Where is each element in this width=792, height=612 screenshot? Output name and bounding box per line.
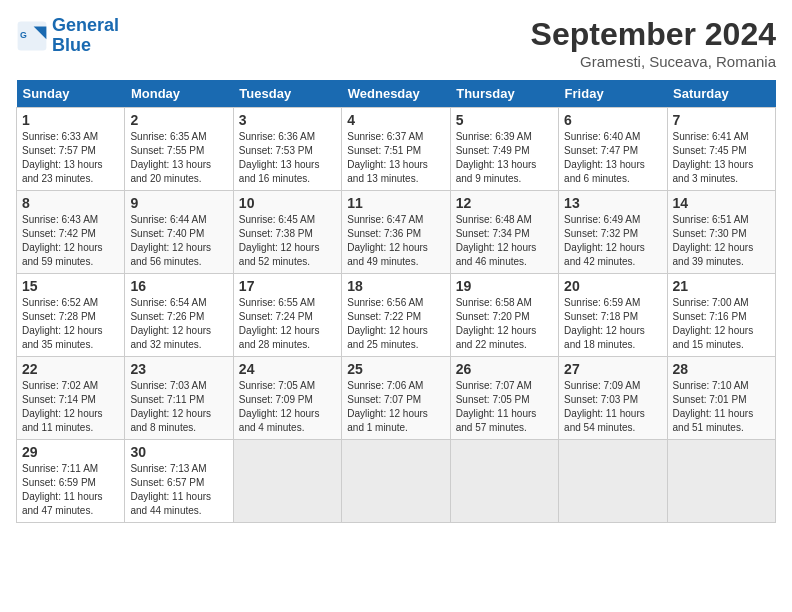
- day-number: 6: [564, 112, 661, 128]
- day-info: Sunrise: 6:54 AM Sunset: 7:26 PM Dayligh…: [130, 296, 227, 352]
- day-number: 14: [673, 195, 770, 211]
- day-cell: 3Sunrise: 6:36 AM Sunset: 7:53 PM Daylig…: [233, 108, 341, 191]
- day-info: Sunrise: 7:10 AM Sunset: 7:01 PM Dayligh…: [673, 379, 770, 435]
- day-cell: 20Sunrise: 6:59 AM Sunset: 7:18 PM Dayli…: [559, 274, 667, 357]
- header-thursday: Thursday: [450, 80, 558, 108]
- day-info: Sunrise: 6:36 AM Sunset: 7:53 PM Dayligh…: [239, 130, 336, 186]
- day-number: 20: [564, 278, 661, 294]
- header-friday: Friday: [559, 80, 667, 108]
- logo-text: GeneralBlue: [52, 16, 119, 56]
- day-info: Sunrise: 6:48 AM Sunset: 7:34 PM Dayligh…: [456, 213, 553, 269]
- calendar-table: SundayMondayTuesdayWednesdayThursdayFrid…: [16, 80, 776, 523]
- day-info: Sunrise: 6:47 AM Sunset: 7:36 PM Dayligh…: [347, 213, 444, 269]
- month-title: September 2024: [531, 16, 776, 53]
- empty-cell: [233, 440, 341, 523]
- day-number: 23: [130, 361, 227, 377]
- logo: G GeneralBlue: [16, 16, 119, 56]
- day-info: Sunrise: 6:55 AM Sunset: 7:24 PM Dayligh…: [239, 296, 336, 352]
- day-cell: 21Sunrise: 7:00 AM Sunset: 7:16 PM Dayli…: [667, 274, 775, 357]
- day-cell: 30Sunrise: 7:13 AM Sunset: 6:57 PM Dayli…: [125, 440, 233, 523]
- header-sunday: Sunday: [17, 80, 125, 108]
- week-row: 29Sunrise: 7:11 AM Sunset: 6:59 PM Dayli…: [17, 440, 776, 523]
- day-info: Sunrise: 6:40 AM Sunset: 7:47 PM Dayligh…: [564, 130, 661, 186]
- day-cell: 27Sunrise: 7:09 AM Sunset: 7:03 PM Dayli…: [559, 357, 667, 440]
- day-cell: 24Sunrise: 7:05 AM Sunset: 7:09 PM Dayli…: [233, 357, 341, 440]
- header-wednesday: Wednesday: [342, 80, 450, 108]
- empty-cell: [342, 440, 450, 523]
- empty-cell: [450, 440, 558, 523]
- empty-cell: [667, 440, 775, 523]
- day-number: 18: [347, 278, 444, 294]
- day-number: 27: [564, 361, 661, 377]
- day-cell: 19Sunrise: 6:58 AM Sunset: 7:20 PM Dayli…: [450, 274, 558, 357]
- day-cell: 7Sunrise: 6:41 AM Sunset: 7:45 PM Daylig…: [667, 108, 775, 191]
- day-cell: 25Sunrise: 7:06 AM Sunset: 7:07 PM Dayli…: [342, 357, 450, 440]
- day-info: Sunrise: 6:56 AM Sunset: 7:22 PM Dayligh…: [347, 296, 444, 352]
- day-cell: 10Sunrise: 6:45 AM Sunset: 7:38 PM Dayli…: [233, 191, 341, 274]
- day-info: Sunrise: 7:09 AM Sunset: 7:03 PM Dayligh…: [564, 379, 661, 435]
- week-row: 8Sunrise: 6:43 AM Sunset: 7:42 PM Daylig…: [17, 191, 776, 274]
- empty-cell: [559, 440, 667, 523]
- day-cell: 16Sunrise: 6:54 AM Sunset: 7:26 PM Dayli…: [125, 274, 233, 357]
- svg-text:G: G: [20, 29, 27, 39]
- day-info: Sunrise: 6:51 AM Sunset: 7:30 PM Dayligh…: [673, 213, 770, 269]
- header-saturday: Saturday: [667, 80, 775, 108]
- title-block: September 2024 Gramesti, Suceava, Romani…: [531, 16, 776, 70]
- day-info: Sunrise: 7:00 AM Sunset: 7:16 PM Dayligh…: [673, 296, 770, 352]
- day-number: 1: [22, 112, 119, 128]
- day-cell: 29Sunrise: 7:11 AM Sunset: 6:59 PM Dayli…: [17, 440, 125, 523]
- day-cell: 28Sunrise: 7:10 AM Sunset: 7:01 PM Dayli…: [667, 357, 775, 440]
- day-cell: 11Sunrise: 6:47 AM Sunset: 7:36 PM Dayli…: [342, 191, 450, 274]
- day-number: 26: [456, 361, 553, 377]
- day-number: 10: [239, 195, 336, 211]
- day-number: 11: [347, 195, 444, 211]
- week-row: 22Sunrise: 7:02 AM Sunset: 7:14 PM Dayli…: [17, 357, 776, 440]
- day-number: 2: [130, 112, 227, 128]
- day-number: 30: [130, 444, 227, 460]
- header-row: SundayMondayTuesdayWednesdayThursdayFrid…: [17, 80, 776, 108]
- day-info: Sunrise: 7:13 AM Sunset: 6:57 PM Dayligh…: [130, 462, 227, 518]
- day-cell: 9Sunrise: 6:44 AM Sunset: 7:40 PM Daylig…: [125, 191, 233, 274]
- day-number: 15: [22, 278, 119, 294]
- day-cell: 5Sunrise: 6:39 AM Sunset: 7:49 PM Daylig…: [450, 108, 558, 191]
- location-subtitle: Gramesti, Suceava, Romania: [531, 53, 776, 70]
- day-cell: 4Sunrise: 6:37 AM Sunset: 7:51 PM Daylig…: [342, 108, 450, 191]
- day-info: Sunrise: 6:43 AM Sunset: 7:42 PM Dayligh…: [22, 213, 119, 269]
- day-cell: 26Sunrise: 7:07 AM Sunset: 7:05 PM Dayli…: [450, 357, 558, 440]
- day-number: 28: [673, 361, 770, 377]
- day-info: Sunrise: 6:45 AM Sunset: 7:38 PM Dayligh…: [239, 213, 336, 269]
- day-info: Sunrise: 7:05 AM Sunset: 7:09 PM Dayligh…: [239, 379, 336, 435]
- week-row: 15Sunrise: 6:52 AM Sunset: 7:28 PM Dayli…: [17, 274, 776, 357]
- day-info: Sunrise: 7:06 AM Sunset: 7:07 PM Dayligh…: [347, 379, 444, 435]
- day-info: Sunrise: 6:58 AM Sunset: 7:20 PM Dayligh…: [456, 296, 553, 352]
- header-tuesday: Tuesday: [233, 80, 341, 108]
- day-info: Sunrise: 6:35 AM Sunset: 7:55 PM Dayligh…: [130, 130, 227, 186]
- day-cell: 1Sunrise: 6:33 AM Sunset: 7:57 PM Daylig…: [17, 108, 125, 191]
- page-header: G GeneralBlue September 2024 Gramesti, S…: [16, 16, 776, 70]
- logo-icon: G: [16, 20, 48, 52]
- day-cell: 13Sunrise: 6:49 AM Sunset: 7:32 PM Dayli…: [559, 191, 667, 274]
- day-info: Sunrise: 6:59 AM Sunset: 7:18 PM Dayligh…: [564, 296, 661, 352]
- day-cell: 2Sunrise: 6:35 AM Sunset: 7:55 PM Daylig…: [125, 108, 233, 191]
- day-cell: 14Sunrise: 6:51 AM Sunset: 7:30 PM Dayli…: [667, 191, 775, 274]
- day-number: 24: [239, 361, 336, 377]
- day-cell: 6Sunrise: 6:40 AM Sunset: 7:47 PM Daylig…: [559, 108, 667, 191]
- day-info: Sunrise: 6:39 AM Sunset: 7:49 PM Dayligh…: [456, 130, 553, 186]
- day-info: Sunrise: 7:07 AM Sunset: 7:05 PM Dayligh…: [456, 379, 553, 435]
- day-cell: 15Sunrise: 6:52 AM Sunset: 7:28 PM Dayli…: [17, 274, 125, 357]
- day-info: Sunrise: 7:11 AM Sunset: 6:59 PM Dayligh…: [22, 462, 119, 518]
- day-cell: 18Sunrise: 6:56 AM Sunset: 7:22 PM Dayli…: [342, 274, 450, 357]
- day-cell: 23Sunrise: 7:03 AM Sunset: 7:11 PM Dayli…: [125, 357, 233, 440]
- day-info: Sunrise: 7:03 AM Sunset: 7:11 PM Dayligh…: [130, 379, 227, 435]
- day-info: Sunrise: 6:33 AM Sunset: 7:57 PM Dayligh…: [22, 130, 119, 186]
- day-info: Sunrise: 6:37 AM Sunset: 7:51 PM Dayligh…: [347, 130, 444, 186]
- day-number: 12: [456, 195, 553, 211]
- day-info: Sunrise: 6:44 AM Sunset: 7:40 PM Dayligh…: [130, 213, 227, 269]
- day-number: 4: [347, 112, 444, 128]
- day-number: 19: [456, 278, 553, 294]
- header-monday: Monday: [125, 80, 233, 108]
- day-cell: 17Sunrise: 6:55 AM Sunset: 7:24 PM Dayli…: [233, 274, 341, 357]
- day-number: 29: [22, 444, 119, 460]
- calendar-header: SundayMondayTuesdayWednesdayThursdayFrid…: [17, 80, 776, 108]
- week-row: 1Sunrise: 6:33 AM Sunset: 7:57 PM Daylig…: [17, 108, 776, 191]
